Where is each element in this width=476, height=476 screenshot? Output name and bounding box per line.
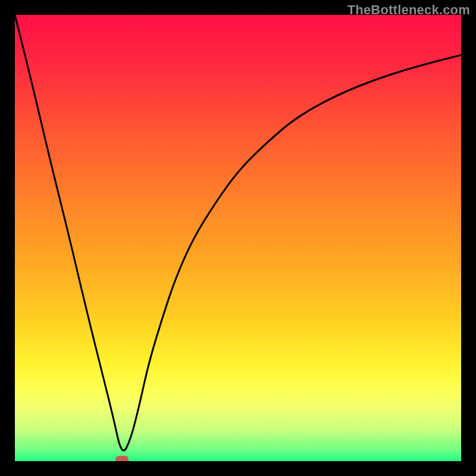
watermark-label: TheBottleneck.com bbox=[347, 2, 470, 18]
plot-area bbox=[15, 15, 461, 461]
bottleneck-curve bbox=[15, 15, 461, 461]
chart-frame: TheBottleneck.com bbox=[0, 0, 476, 476]
optimum-marker bbox=[115, 456, 129, 461]
curve-path bbox=[15, 15, 461, 450]
